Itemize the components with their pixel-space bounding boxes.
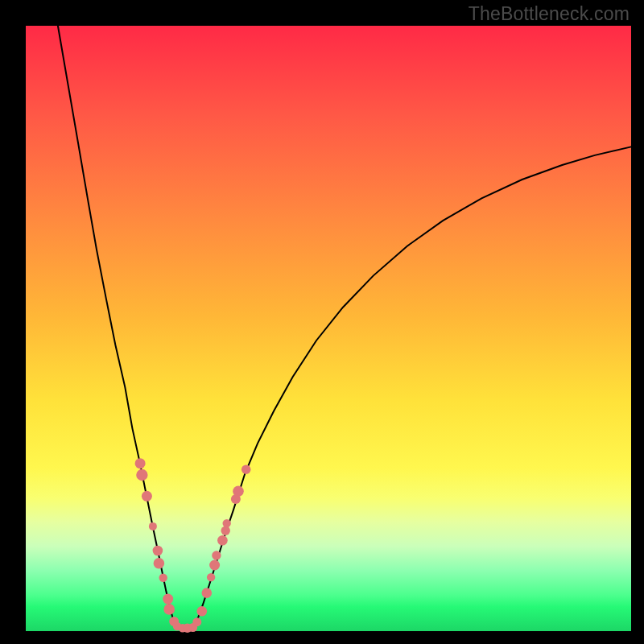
data-marker [163, 604, 175, 615]
marker-layer [135, 458, 251, 633]
data-marker [136, 469, 147, 481]
data-marker [149, 522, 157, 530]
data-marker [192, 617, 201, 626]
data-marker [233, 486, 244, 497]
curve-right [188, 147, 632, 629]
data-marker [163, 594, 173, 605]
data-marker [154, 558, 165, 569]
chart-frame: TheBottleneck.com [0, 0, 644, 644]
data-marker [223, 519, 231, 527]
chart-svg [26, 26, 631, 631]
data-marker [159, 574, 167, 582]
data-marker [153, 546, 163, 556]
data-marker [207, 573, 215, 581]
data-marker [197, 606, 208, 617]
data-marker [202, 588, 213, 598]
data-marker [142, 491, 152, 502]
data-marker [135, 458, 146, 469]
curve-left [58, 26, 188, 630]
plot-area [26, 26, 631, 631]
data-marker [209, 560, 220, 571]
data-marker [217, 535, 228, 546]
data-marker [212, 551, 221, 559]
watermark-text: TheBottleneck.com [469, 3, 630, 25]
data-marker [221, 526, 230, 535]
data-marker [242, 464, 251, 474]
